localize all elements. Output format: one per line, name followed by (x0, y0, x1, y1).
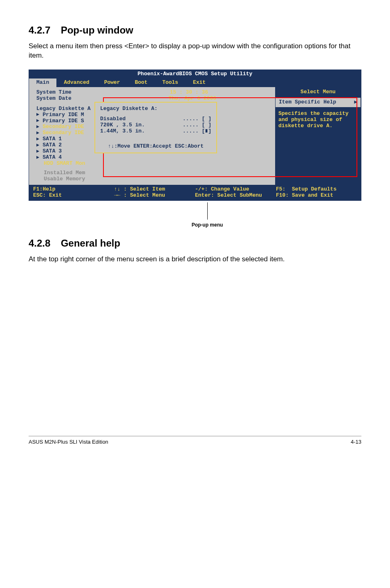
hint-select-item: ↑↓ : Select Item (114, 186, 165, 192)
popup-title: Legacy Diskette A: (100, 106, 211, 112)
bios-main-panel: System Time 15 : 30 : 36 System Date Thu… (29, 87, 275, 185)
bios-title: Phoenix-AwardBIOS CMOS Setup Utility (29, 70, 361, 79)
triangle-icon: ▶ (36, 143, 39, 148)
section-intro: Select a menu item then press <Enter> to… (29, 42, 361, 61)
popup-window: Legacy Diskette A: Disabled ..... [ ] 72… (94, 102, 217, 154)
triangle-icon: ▶ (36, 112, 39, 118)
popup-opt-720k[interactable]: 720K , 3.5 in. ..... [ ] (100, 122, 211, 128)
system-time-row[interactable]: System Time 15 : 30 : 36 (36, 90, 269, 96)
opt-label: Disabled (100, 116, 126, 122)
triangle-icon: ▶ (36, 137, 39, 142)
hint-f1: F1:Help (33, 186, 56, 192)
hint-select-menu: →← : Select Menu (114, 192, 165, 198)
usable-mem: Usable Memory (44, 176, 269, 182)
section-heading-general: 4.2.8 General help (29, 238, 361, 249)
hint-change-value: -/+: Change Value (195, 186, 249, 192)
side-help-label: Item Specific Help ▶ (275, 97, 361, 108)
system-date-value: Thu, Apr 6 2006 (168, 96, 216, 102)
tab-advanced[interactable]: Advanced (56, 79, 96, 87)
side-help-label-text: Item Specific Help (279, 99, 336, 105)
section-num: 4.2.7 (29, 25, 58, 36)
tab-tools[interactable]: Tools (155, 79, 186, 87)
callout-label: Pop-up menu (53, 222, 361, 228)
popup-opt-144m[interactable]: 1.44M, 3.5 in. ..... [∎] (100, 128, 211, 135)
section-title: Pop-up window (61, 25, 133, 36)
help-text: Specifies the capacity and physical size… (278, 110, 349, 129)
sub-label: SATA 2 (43, 142, 62, 148)
opt-label: 1.44M, 3.5 in. (100, 128, 145, 135)
sub-hdd-smart[interactable]: HDD SMART Mon (44, 161, 269, 167)
sub-label: Secondary IDE (43, 130, 84, 136)
sub-label: Primary IDE M (43, 112, 84, 118)
system-time-label: System Time (36, 90, 72, 96)
sub-label: Primary IDE S (43, 118, 84, 124)
sub-label: SATA 4 (43, 155, 62, 161)
triangle-icon: ▶ (36, 155, 39, 161)
popup-nav-hint: ↑↓:Move ENTER:Accept ESC:Abort (100, 144, 211, 150)
side-help-text: Specifies the capacity and physical size… (275, 108, 361, 185)
triangle-right-icon: ▶ (354, 99, 357, 105)
hint-esc: ESC: Exit (33, 192, 62, 198)
opt-mark: ..... [ ] (183, 122, 211, 128)
section-heading-popup: 4.2.7 Pop-up window (29, 25, 361, 36)
opt-mark: ..... [ ] (183, 116, 211, 122)
triangle-icon: ▶ (36, 130, 39, 136)
system-time-value: 15 : 30 : 36 (170, 90, 208, 96)
tab-main[interactable]: Main (29, 79, 56, 87)
triangle-icon: ▶ (36, 118, 39, 124)
popup-opt-disabled[interactable]: Disabled ..... [ ] (100, 116, 211, 122)
triangle-icon: ▶ (36, 124, 39, 130)
tab-exit[interactable]: Exit (186, 79, 213, 87)
triangle-icon: ▶ (36, 149, 39, 155)
footer-right: 4-13 (351, 439, 361, 445)
installed-mem: Installed Mem (44, 170, 269, 176)
opt-label: 720K , 3.5 in. (100, 122, 145, 128)
hint-f10: F10: Save and Exit (276, 192, 333, 198)
sub-label: SATA 3 (43, 148, 62, 155)
section-title: General help (61, 238, 120, 249)
bios-footer: F1:Help ESC: Exit ↑↓ : Select Item →← : … (29, 185, 361, 200)
side-menu-header: Select Menu (275, 87, 361, 97)
legacy-diskette-label: Legacy Diskette A (36, 105, 91, 112)
footer-left: ASUS M2N-Plus SLI Vista Edition (29, 439, 108, 445)
tab-power[interactable]: Power (97, 79, 128, 87)
hint-select-submenu: Enter: Select SubMenu (195, 192, 262, 198)
system-date-row[interactable]: System Date Thu, Apr 6 2006 (36, 96, 269, 102)
bios-tabbar: Main Advanced Power Boot Tools Exit (29, 79, 361, 87)
sub-label: SATA 1 (43, 136, 62, 142)
section-num: 4.2.8 (29, 238, 58, 249)
hint-f5: F5: Setup Defaults (276, 186, 336, 192)
sub-label: HDD SMART Mon (44, 161, 85, 167)
section-intro-2: At the top right corner of the menu scre… (29, 255, 361, 264)
sub-label: Secondary IDE (43, 124, 84, 130)
opt-mark: ..... [∎] (183, 128, 211, 135)
tab-boot[interactable]: Boot (128, 79, 155, 87)
sub-sata4[interactable]: ▶SATA 4 (36, 155, 269, 161)
callout: Pop-up menu (29, 202, 361, 228)
bios-side-panel: Select Menu Item Specific Help ▶ Specifi… (275, 87, 361, 185)
system-date-label: System Date (36, 96, 72, 102)
bios-window: Phoenix-AwardBIOS CMOS Setup Utility Mai… (29, 70, 361, 201)
page-footer: ASUS M2N-Plus SLI Vista Edition 4-13 (29, 436, 361, 445)
